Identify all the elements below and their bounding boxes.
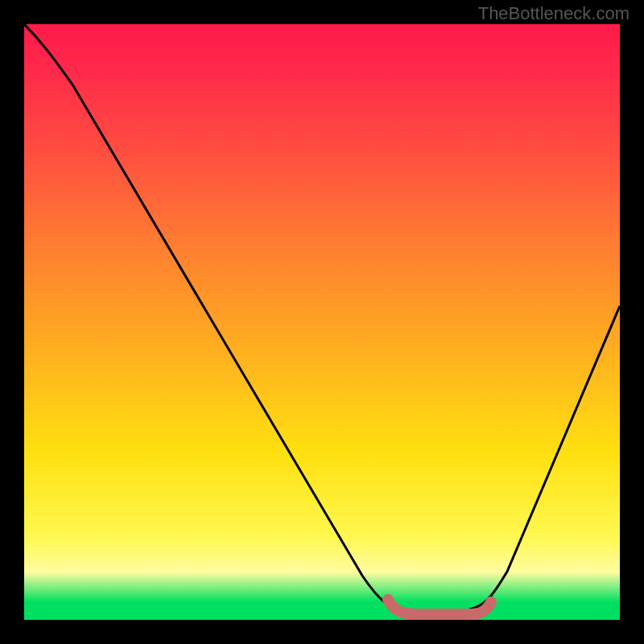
curve-layer	[24, 24, 620, 620]
chart-container: TheBottleneck.com	[0, 0, 644, 644]
bottleneck-curve	[24, 24, 620, 613]
plot-area	[24, 24, 620, 620]
watermark-text: TheBottleneck.com	[478, 3, 630, 24]
